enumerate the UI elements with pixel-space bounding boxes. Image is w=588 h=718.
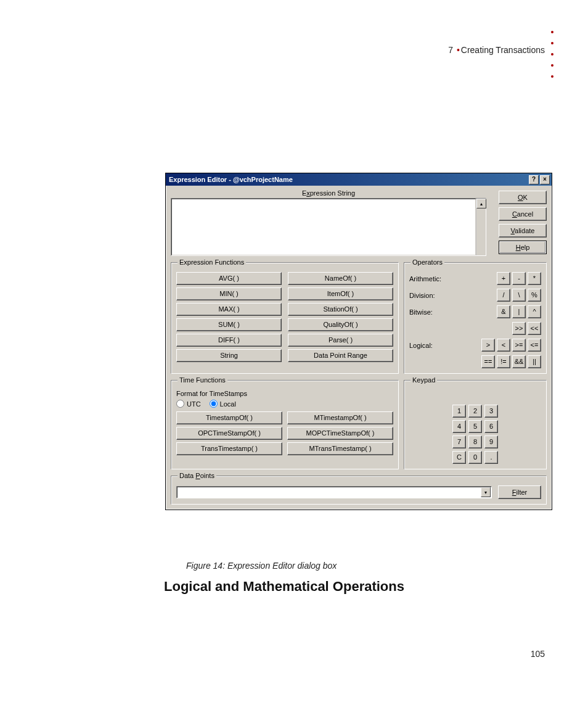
data-points-combobox[interactable]: ▾ xyxy=(176,486,492,498)
keypad-1-button[interactable]: 1 xyxy=(452,405,466,418)
fn-mopctimestampof-button[interactable]: MOPCTimeStampOf( ) xyxy=(287,427,393,440)
fn-qualityof-button[interactable]: QualityOf( ) xyxy=(288,318,393,331)
page-number: 105 xyxy=(531,649,545,659)
op-bitand-button[interactable]: & xyxy=(497,305,510,318)
operators-legend: Operators xyxy=(410,258,444,266)
op-eq-button[interactable]: == xyxy=(481,355,495,368)
chevron-down-icon[interactable]: ▾ xyxy=(481,487,491,497)
fn-stationof-button[interactable]: StationOf( ) xyxy=(288,303,393,316)
scroll-up-icon[interactable]: ▴ xyxy=(476,199,486,208)
op-multiply-button[interactable]: * xyxy=(528,272,541,285)
filter-button[interactable]: Filter xyxy=(498,485,541,499)
op-intdiv-button[interactable]: \ xyxy=(512,289,526,302)
keypad-group: Keypad 1 2 3 4 5 6 7 8 9 C 0 . xyxy=(404,376,547,469)
fn-avg-button[interactable]: AVG( ) xyxy=(176,272,282,285)
keypad-2-button[interactable]: 2 xyxy=(468,405,482,418)
fn-mtranstimestamp-button[interactable]: MTransTimestamp( ) xyxy=(287,442,393,455)
keypad-9-button[interactable]: 9 xyxy=(484,435,498,448)
data-points-group: Data Points ▾ Filter xyxy=(171,472,547,505)
op-mod-button[interactable]: % xyxy=(528,289,541,302)
operators-logical2-row: == != && || xyxy=(409,355,541,368)
chapter-reference: 7 •Creating Transactions xyxy=(448,45,545,55)
time-functions-group: Time Functions Format for TimeStamps UTC… xyxy=(171,376,399,469)
fn-max-button[interactable]: MAX( ) xyxy=(176,303,282,316)
op-bitor-button[interactable]: | xyxy=(512,305,526,318)
operators-group: Operators Arithmetic: + - * Division: / xyxy=(404,258,547,374)
expression-string-label: Expression String xyxy=(171,189,486,197)
op-or-button[interactable]: || xyxy=(528,355,541,368)
fn-datapointrange-button[interactable]: Data Point Range xyxy=(288,349,393,362)
operators-arithmetic-label: Arithmetic: xyxy=(409,275,452,283)
titlebar[interactable]: Expression Editor - @vchProjectName ? × xyxy=(166,173,552,186)
keypad-6-button[interactable]: 6 xyxy=(484,420,498,433)
expression-functions-group: Expression Functions AVG( ) NameOf( ) MI… xyxy=(171,258,399,374)
cancel-button[interactable]: Cancel xyxy=(499,207,547,221)
timestamp-format-label: Format for TimeStamps xyxy=(176,390,393,397)
op-plus-button[interactable]: + xyxy=(497,272,510,285)
keypad-0-button[interactable]: 0 xyxy=(468,451,482,464)
keypad-dot-button[interactable]: . xyxy=(484,451,498,464)
keypad-8-button[interactable]: 8 xyxy=(468,435,482,448)
help-icon[interactable]: ? xyxy=(529,175,539,184)
keypad-c-button[interactable]: C xyxy=(452,451,466,464)
op-gte-button[interactable]: >= xyxy=(512,339,526,352)
help-button[interactable]: Help xyxy=(499,241,547,254)
close-icon[interactable]: × xyxy=(540,175,550,184)
scrollbar[interactable]: ▴ xyxy=(476,199,486,255)
fn-nameof-button[interactable]: NameOf( ) xyxy=(288,272,393,285)
local-radio[interactable] xyxy=(210,400,218,408)
decorative-dots xyxy=(551,31,553,78)
keypad-5-button[interactable]: 5 xyxy=(468,420,482,433)
validate-button[interactable]: Validate xyxy=(499,224,547,237)
fn-parse-button[interactable]: Parse( ) xyxy=(288,334,393,347)
fn-transtimestamp-button[interactable]: TransTimestamp( ) xyxy=(176,442,282,455)
op-minus-button[interactable]: - xyxy=(512,272,526,285)
op-divide-button[interactable]: / xyxy=(497,289,510,302)
op-gt-button[interactable]: > xyxy=(481,339,495,352)
fn-diff-button[interactable]: DIFF( ) xyxy=(176,334,282,347)
fn-timestampof-button[interactable]: TimestampOf( ) xyxy=(176,411,282,424)
data-points-legend: Data Points xyxy=(178,472,216,479)
expression-functions-legend: Expression Functions xyxy=(178,258,246,266)
fn-opctimestampof-button[interactable]: OPCTimeStampOf( ) xyxy=(176,427,282,440)
ok-button[interactable]: OK xyxy=(499,191,547,204)
op-shr-button[interactable]: >> xyxy=(512,322,526,335)
op-shl-button[interactable]: << xyxy=(528,322,541,335)
op-lt-button[interactable]: < xyxy=(497,339,510,352)
keypad-7-button[interactable]: 7 xyxy=(452,435,466,448)
operators-division-row: Division: / \ % xyxy=(409,289,541,302)
op-lte-button[interactable]: <= xyxy=(528,339,541,352)
expression-string-input[interactable] xyxy=(171,199,476,255)
keypad-4-button[interactable]: 4 xyxy=(452,420,466,433)
expression-string-section: Expression String ▴ xyxy=(171,189,486,256)
local-label: Local xyxy=(220,400,236,408)
expression-string-field-wrap: ▴ xyxy=(171,198,486,256)
keypad-3-button[interactable]: 3 xyxy=(484,405,498,418)
operators-logical-label: Logical: xyxy=(409,342,452,349)
operators-arithmetic-row: Arithmetic: + - * xyxy=(409,272,541,285)
expression-editor-dialog: Expression Editor - @vchProjectName ? × … xyxy=(165,173,552,510)
bullet-icon: • xyxy=(455,45,461,55)
op-bitxor-button[interactable]: ^ xyxy=(528,305,541,318)
fn-itemof-button[interactable]: ItemOf( ) xyxy=(288,287,393,300)
fn-min-button[interactable]: MIN( ) xyxy=(176,287,282,300)
data-points-value xyxy=(177,487,480,498)
chapter-title: Creating Transactions xyxy=(461,45,545,55)
operators-shift-row: >> << xyxy=(409,322,541,335)
operators-logical-row: Logical: > < >= <= xyxy=(409,339,541,352)
local-radio-label[interactable]: Local xyxy=(210,400,236,408)
page-header: 7 •Creating Transactions xyxy=(448,44,545,56)
keypad-legend: Keypad xyxy=(410,376,437,384)
action-buttons: OK Cancel Validate Help xyxy=(491,189,547,256)
chapter-number: 7 xyxy=(448,45,453,55)
utc-radio-label[interactable]: UTC xyxy=(176,400,201,408)
fn-mtimestampof-button[interactable]: MTimestampOf( ) xyxy=(287,411,393,424)
op-and-button[interactable]: && xyxy=(512,355,526,368)
utc-radio[interactable] xyxy=(176,400,184,408)
section-heading: Logical and Mathematical Operations xyxy=(164,579,404,595)
fn-string-button[interactable]: String xyxy=(176,349,282,362)
dialog-title: Expression Editor - @vchProjectName xyxy=(169,176,293,183)
op-neq-button[interactable]: != xyxy=(497,355,510,368)
operators-division-label: Division: xyxy=(409,292,452,299)
fn-sum-button[interactable]: SUM( ) xyxy=(176,318,282,331)
